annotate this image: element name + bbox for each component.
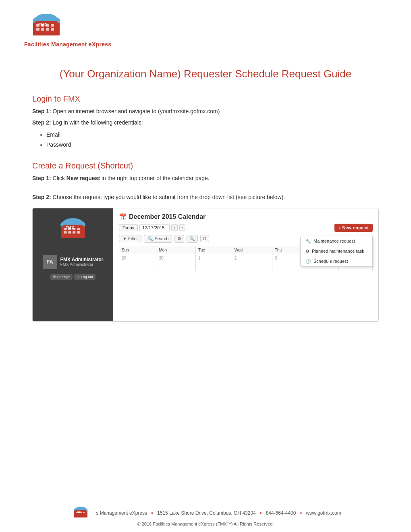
footer-copyright: © 2016 Facilities Management eXpress (FM… [137, 522, 274, 526]
logo-tagline: Facilities Management eXpress [24, 41, 111, 48]
create-step2-text: Choose the request type you would like t… [53, 194, 285, 200]
svg-text:FMX: FMX [66, 226, 74, 230]
svg-rect-36 [83, 512, 85, 513]
create-step2-label: Step 2: [32, 194, 51, 200]
search-box[interactable]: 🔍 Search [144, 235, 172, 243]
credentials-list: Email Password [46, 130, 379, 150]
header: FMX Facilities Management eXpress [0, 0, 411, 52]
user-info: FMX Administrator FMX Administrator [60, 257, 104, 267]
user-avatar: FA [43, 255, 57, 269]
footer-address: 1515 Lake Shore Drive, Columbus, OH 4320… [157, 510, 256, 516]
new-request-wrapper: + New request 🔧 Maintenance request ⚙ Pl… [334, 224, 373, 232]
svg-rect-23 [64, 231, 66, 233]
create-step1-suffix: in the right top corner of the calendar … [102, 175, 210, 181]
credential-password: Password [46, 140, 379, 150]
svg-rect-10 [41, 28, 44, 31]
credential-email: Email [46, 130, 379, 140]
screenshot-sidebar: FMX FA FMX Administrator FMX Administrat… [33, 208, 113, 321]
user-buttons: ⚙ Settings ↪ Log out [50, 274, 95, 280]
calendar-icon: 📅 [119, 213, 127, 220]
calendar-title: December 2015 Calendar [129, 213, 206, 220]
calendar-title-row: 📅 December 2015 Calendar [119, 213, 373, 220]
footer: FMX s Management eXpress • 1515 Lake Sho… [0, 500, 411, 532]
col-tue: Tue [195, 246, 232, 254]
settings-button[interactable]: ⚙ Settings [50, 274, 73, 280]
filter-button[interactable]: ▼ Filter [119, 235, 141, 242]
svg-text:FMX: FMX [77, 511, 82, 513]
sidebar-fmx-logo: FMX [53, 216, 93, 243]
calendar-toolbar: Today ‹ › + New request 🔧 Maintenance re… [119, 224, 373, 232]
main-content: (Your Organization Name) Requester Sched… [0, 52, 411, 349]
calendar-cell-1: 1 [195, 254, 232, 271]
schedule-label: Schedule request [313, 259, 348, 264]
svg-rect-8 [51, 24, 54, 27]
calendar-next-button[interactable]: › [179, 224, 185, 231]
footer-top: FMX s Management eXpress • 1515 Lake Sho… [70, 506, 341, 520]
screenshot-user-row: FA FMX Administrator FMX Administrator [43, 255, 104, 269]
create-step1-label: Step 1: [32, 175, 51, 181]
planned-label: Planned maintenance task [312, 249, 364, 254]
toolbar-left: Today ‹ › [119, 224, 185, 231]
svg-rect-11 [46, 28, 49, 31]
dropdown-maintenance-request[interactable]: 🔧 Maintenance request [301, 236, 372, 246]
schedule-icon: 🕐 [305, 259, 311, 264]
planned-icon: ⚙ [305, 249, 309, 254]
svg-rect-26 [77, 231, 80, 233]
svg-rect-22 [77, 228, 80, 230]
footer-fmx-logo: FMX [70, 506, 92, 520]
calendar-prev-button[interactable]: ‹ [171, 224, 177, 231]
svg-rect-12 [51, 28, 54, 31]
maintenance-label: Maintenance request [313, 239, 355, 243]
create-section: Create a Request (Shortcut) Step 1: Clic… [32, 161, 379, 322]
calendar-cell-30: 30 [156, 254, 195, 271]
login-section: Login to FMX Step 1: Open an internet br… [32, 94, 379, 150]
view-toggle-button[interactable]: D [200, 235, 209, 242]
login-step2-label: Step 2: [32, 119, 51, 126]
user-name: FMX Administrator [60, 257, 104, 262]
login-step1: Step 1: Open an internet browser and nav… [32, 107, 379, 116]
create-title: Create a Request (Shortcut) [32, 161, 379, 170]
date-input[interactable] [139, 224, 170, 231]
settings-icon-button[interactable]: ⚙ [174, 235, 184, 243]
footer-dot-3: • [300, 510, 302, 516]
svg-rect-9 [36, 28, 39, 31]
screenshot-container: FMX FA FMX Administrator FMX Administrat… [32, 208, 379, 322]
logout-button[interactable]: ↪ Log out [74, 274, 95, 280]
logo-area: FMX Facilities Management eXpress [24, 12, 387, 48]
calendar-cell-29: 29 [119, 254, 156, 271]
search-icon: 🔍 [147, 236, 153, 241]
maintenance-icon: 🔧 [305, 239, 311, 244]
create-step1-text: Click [53, 175, 66, 181]
page-title: (Your Organization Name) Requester Sched… [32, 68, 379, 80]
svg-rect-25 [73, 231, 75, 233]
create-step2: Step 2: Choose the request type you woul… [32, 193, 379, 202]
login-step2-text: Log in with the following credentials: [53, 119, 143, 126]
search-label: Search [154, 236, 168, 241]
create-step1: Step 1: Click New request in the right t… [32, 174, 379, 183]
login-step2: Step 2: Log in with the following creden… [32, 118, 379, 127]
footer-dot-1: • [151, 510, 153, 516]
footer-company: s Management eXpress [96, 510, 147, 516]
today-button[interactable]: Today [119, 224, 138, 231]
dropdown-schedule-request[interactable]: 🕐 Schedule request [301, 256, 372, 266]
svg-rect-24 [68, 231, 71, 233]
login-title: Login to FMX [32, 94, 379, 104]
fmx-logo: FMX [24, 12, 68, 40]
footer-phone: 844-664-4400 [266, 510, 296, 516]
svg-text:FMX: FMX [38, 22, 48, 27]
footer-website: www.gofmx.com [306, 510, 341, 516]
request-type-dropdown: 🔧 Maintenance request ⚙ Planned maintena… [300, 236, 373, 267]
login-step1-text: Open an internet browser and navigate to… [53, 108, 220, 114]
calendar-cell-2: 2 [232, 254, 272, 271]
col-wed: Wed [232, 246, 272, 254]
footer-dot-2: • [260, 510, 262, 516]
screenshot-calendar-area: 📅 December 2015 Calendar Today ‹ › + New… [113, 208, 378, 321]
login-step1-label: Step 1: [32, 108, 51, 114]
col-mon: Mon [156, 246, 195, 254]
dropdown-planned-maintenance[interactable]: ⚙ Planned maintenance task [301, 246, 372, 256]
user-role: FMX Administrator [60, 262, 104, 267]
new-request-button[interactable]: + New request [334, 224, 373, 232]
zoom-icon-button[interactable]: 🔍 [187, 235, 198, 243]
col-sun: Sun [119, 246, 156, 254]
create-step1-bold: New request [66, 175, 100, 181]
